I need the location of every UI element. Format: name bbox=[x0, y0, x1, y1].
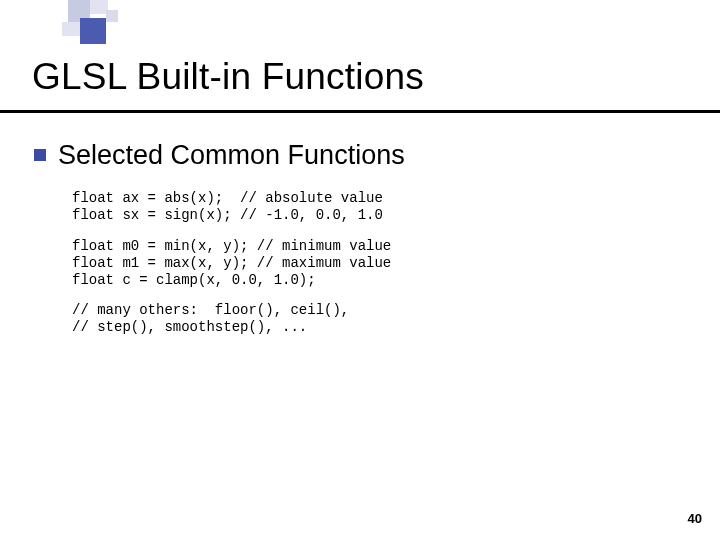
bullet-icon bbox=[34, 149, 46, 161]
code-block-1: float ax = abs(x); // absolute value flo… bbox=[72, 190, 383, 224]
decor-square bbox=[106, 10, 118, 22]
decor-square bbox=[62, 22, 80, 36]
code-block-2: float m0 = min(x, y); // minimum value f… bbox=[72, 238, 391, 289]
title-rule bbox=[0, 110, 720, 113]
subheading: Selected Common Functions bbox=[58, 140, 405, 171]
decor-square bbox=[80, 18, 106, 44]
code-block-3: // many others: floor(), ceil(), // step… bbox=[72, 302, 349, 336]
page-number: 40 bbox=[688, 511, 702, 526]
slide-title: GLSL Built-in Functions bbox=[32, 56, 424, 98]
corner-decoration bbox=[28, 0, 118, 38]
slide: GLSL Built-in Functions Selected Common … bbox=[0, 0, 720, 540]
